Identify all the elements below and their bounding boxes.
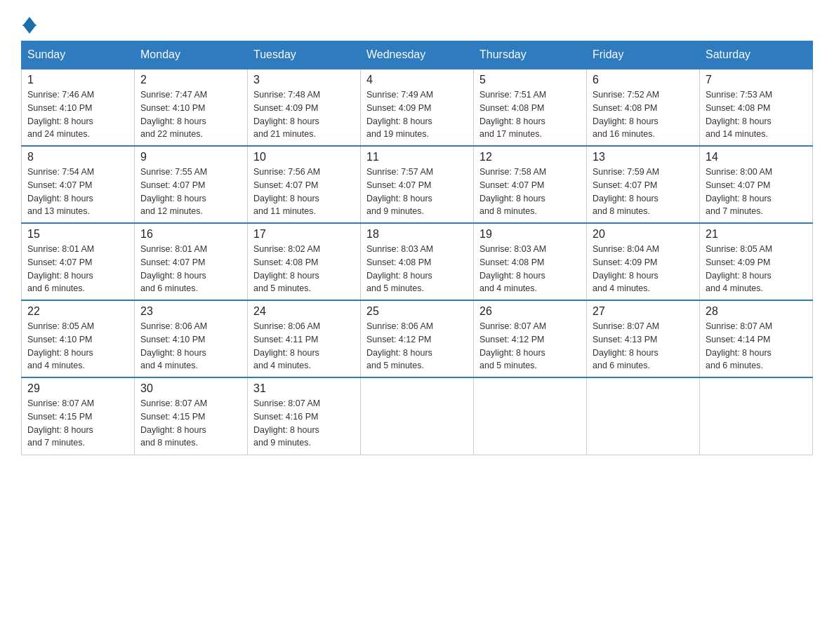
calendar-cell: 12 Sunrise: 7:58 AMSunset: 4:07 PMDaylig… [474, 146, 587, 223]
calendar-cell: 3 Sunrise: 7:48 AMSunset: 4:09 PMDayligh… [248, 69, 361, 146]
day-info: Sunrise: 7:49 AMSunset: 4:09 PMDaylight:… [366, 90, 433, 139]
day-number: 10 [253, 151, 355, 163]
day-info: Sunrise: 8:03 AMSunset: 4:08 PMDaylight:… [479, 244, 546, 293]
calendar-week-3: 15 Sunrise: 8:01 AMSunset: 4:07 PMDaylig… [22, 223, 813, 300]
calendar-cell: 1 Sunrise: 7:46 AMSunset: 4:10 PMDayligh… [22, 69, 135, 146]
calendar-week-4: 22 Sunrise: 8:05 AMSunset: 4:10 PMDaylig… [22, 300, 813, 377]
day-number: 2 [140, 74, 241, 86]
calendar-cell [587, 377, 700, 455]
calendar-week-2: 8 Sunrise: 7:54 AMSunset: 4:07 PMDayligh… [22, 146, 813, 223]
day-number: 5 [479, 74, 581, 86]
page-header [21, 14, 813, 34]
calendar-cell: 9 Sunrise: 7:55 AMSunset: 4:07 PMDayligh… [135, 146, 248, 223]
logo [21, 14, 37, 34]
calendar-cell: 24 Sunrise: 8:06 AMSunset: 4:11 PMDaylig… [248, 300, 361, 377]
day-info: Sunrise: 7:48 AMSunset: 4:09 PMDaylight:… [253, 90, 320, 139]
day-number: 27 [593, 305, 694, 318]
calendar-cell: 19 Sunrise: 8:03 AMSunset: 4:08 PMDaylig… [474, 223, 587, 300]
day-number: 6 [593, 74, 694, 86]
calendar-cell: 2 Sunrise: 7:47 AMSunset: 4:10 PMDayligh… [135, 69, 248, 146]
day-info: Sunrise: 8:06 AMSunset: 4:12 PMDaylight:… [366, 321, 433, 370]
day-number: 18 [366, 228, 468, 241]
weekday-header-wednesday: Wednesday [361, 41, 474, 69]
day-number: 13 [593, 151, 694, 163]
day-number: 22 [27, 305, 128, 318]
day-number: 3 [253, 74, 355, 86]
calendar-cell: 30 Sunrise: 8:07 AMSunset: 4:15 PMDaylig… [135, 377, 248, 455]
day-number: 4 [366, 74, 468, 86]
day-info: Sunrise: 7:55 AMSunset: 4:07 PMDaylight:… [140, 167, 207, 216]
calendar-cell [700, 377, 813, 455]
day-info: Sunrise: 8:00 AMSunset: 4:07 PMDaylight:… [706, 167, 772, 216]
day-number: 8 [27, 151, 128, 163]
day-info: Sunrise: 8:01 AMSunset: 4:07 PMDaylight:… [27, 244, 94, 293]
weekday-header-saturday: Saturday [700, 41, 813, 69]
day-info: Sunrise: 8:02 AMSunset: 4:08 PMDaylight:… [253, 244, 320, 293]
day-info: Sunrise: 8:03 AMSunset: 4:08 PMDaylight:… [366, 244, 433, 293]
day-info: Sunrise: 8:06 AMSunset: 4:11 PMDaylight:… [253, 321, 320, 370]
day-info: Sunrise: 7:58 AMSunset: 4:07 PMDaylight:… [479, 167, 546, 216]
calendar-cell: 4 Sunrise: 7:49 AMSunset: 4:09 PMDayligh… [361, 69, 474, 146]
day-number: 23 [140, 305, 241, 318]
calendar-table: SundayMondayTuesdayWednesdayThursdayFrid… [21, 41, 813, 455]
day-number: 21 [706, 228, 807, 241]
calendar-cell: 17 Sunrise: 8:02 AMSunset: 4:08 PMDaylig… [248, 223, 361, 300]
day-number: 12 [479, 151, 581, 163]
day-info: Sunrise: 8:06 AMSunset: 4:10 PMDaylight:… [140, 321, 207, 370]
calendar-cell: 7 Sunrise: 7:53 AMSunset: 4:08 PMDayligh… [700, 69, 813, 146]
calendar-cell: 11 Sunrise: 7:57 AMSunset: 4:07 PMDaylig… [361, 146, 474, 223]
calendar-cell: 8 Sunrise: 7:54 AMSunset: 4:07 PMDayligh… [22, 146, 135, 223]
calendar-cell: 10 Sunrise: 7:56 AMSunset: 4:07 PMDaylig… [248, 146, 361, 223]
calendar-cell: 26 Sunrise: 8:07 AMSunset: 4:12 PMDaylig… [474, 300, 587, 377]
day-number: 17 [253, 228, 355, 241]
calendar-cell: 15 Sunrise: 8:01 AMSunset: 4:07 PMDaylig… [22, 223, 135, 300]
day-info: Sunrise: 8:04 AMSunset: 4:09 PMDaylight:… [593, 244, 659, 293]
day-info: Sunrise: 8:01 AMSunset: 4:07 PMDaylight:… [140, 244, 207, 293]
day-info: Sunrise: 7:57 AMSunset: 4:07 PMDaylight:… [366, 167, 433, 216]
day-info: Sunrise: 8:07 AMSunset: 4:14 PMDaylight:… [706, 321, 772, 370]
day-number: 25 [366, 305, 468, 318]
day-info: Sunrise: 7:51 AMSunset: 4:08 PMDaylight:… [479, 90, 546, 139]
day-info: Sunrise: 7:52 AMSunset: 4:08 PMDaylight:… [593, 90, 659, 139]
calendar-cell: 21 Sunrise: 8:05 AMSunset: 4:09 PMDaylig… [700, 223, 813, 300]
calendar-cell: 6 Sunrise: 7:52 AMSunset: 4:08 PMDayligh… [587, 69, 700, 146]
day-number: 31 [253, 382, 355, 395]
calendar-cell: 18 Sunrise: 8:03 AMSunset: 4:08 PMDaylig… [361, 223, 474, 300]
calendar-cell: 22 Sunrise: 8:05 AMSunset: 4:10 PMDaylig… [22, 300, 135, 377]
day-info: Sunrise: 8:07 AMSunset: 4:15 PMDaylight:… [27, 398, 94, 448]
weekday-header-monday: Monday [135, 41, 248, 69]
calendar-cell: 28 Sunrise: 8:07 AMSunset: 4:14 PMDaylig… [700, 300, 813, 377]
day-info: Sunrise: 7:53 AMSunset: 4:08 PMDaylight:… [706, 90, 772, 139]
day-number: 26 [479, 305, 581, 318]
day-info: Sunrise: 7:47 AMSunset: 4:10 PMDaylight:… [140, 90, 207, 139]
weekday-header-sunday: Sunday [22, 41, 135, 69]
day-number: 29 [27, 382, 128, 395]
calendar-cell [361, 377, 474, 455]
day-info: Sunrise: 7:54 AMSunset: 4:07 PMDaylight:… [27, 167, 94, 216]
calendar-cell [474, 377, 587, 455]
day-info: Sunrise: 8:07 AMSunset: 4:13 PMDaylight:… [593, 321, 659, 370]
calendar-cell: 13 Sunrise: 7:59 AMSunset: 4:07 PMDaylig… [587, 146, 700, 223]
calendar-header-row: SundayMondayTuesdayWednesdayThursdayFrid… [22, 41, 813, 69]
day-info: Sunrise: 8:05 AMSunset: 4:10 PMDaylight:… [27, 321, 94, 370]
day-number: 9 [140, 151, 241, 163]
calendar-cell: 23 Sunrise: 8:06 AMSunset: 4:10 PMDaylig… [135, 300, 248, 377]
day-number: 19 [479, 228, 581, 241]
calendar-cell: 5 Sunrise: 7:51 AMSunset: 4:08 PMDayligh… [474, 69, 587, 146]
calendar-cell: 20 Sunrise: 8:04 AMSunset: 4:09 PMDaylig… [587, 223, 700, 300]
calendar-week-5: 29 Sunrise: 8:07 AMSunset: 4:15 PMDaylig… [22, 377, 813, 455]
day-info: Sunrise: 8:07 AMSunset: 4:15 PMDaylight:… [140, 398, 207, 448]
calendar-cell: 29 Sunrise: 8:07 AMSunset: 4:15 PMDaylig… [22, 377, 135, 455]
calendar-cell: 27 Sunrise: 8:07 AMSunset: 4:13 PMDaylig… [587, 300, 700, 377]
day-info: Sunrise: 8:07 AMSunset: 4:16 PMDaylight:… [253, 398, 320, 448]
day-number: 30 [140, 382, 241, 395]
day-number: 14 [706, 151, 807, 163]
calendar-week-1: 1 Sunrise: 7:46 AMSunset: 4:10 PMDayligh… [22, 69, 813, 146]
day-number: 16 [140, 228, 241, 241]
weekday-header-thursday: Thursday [474, 41, 587, 69]
day-number: 11 [366, 151, 468, 163]
day-info: Sunrise: 8:07 AMSunset: 4:12 PMDaylight:… [479, 321, 546, 370]
day-number: 7 [706, 74, 807, 86]
calendar-cell: 16 Sunrise: 8:01 AMSunset: 4:07 PMDaylig… [135, 223, 248, 300]
day-number: 28 [706, 305, 807, 318]
